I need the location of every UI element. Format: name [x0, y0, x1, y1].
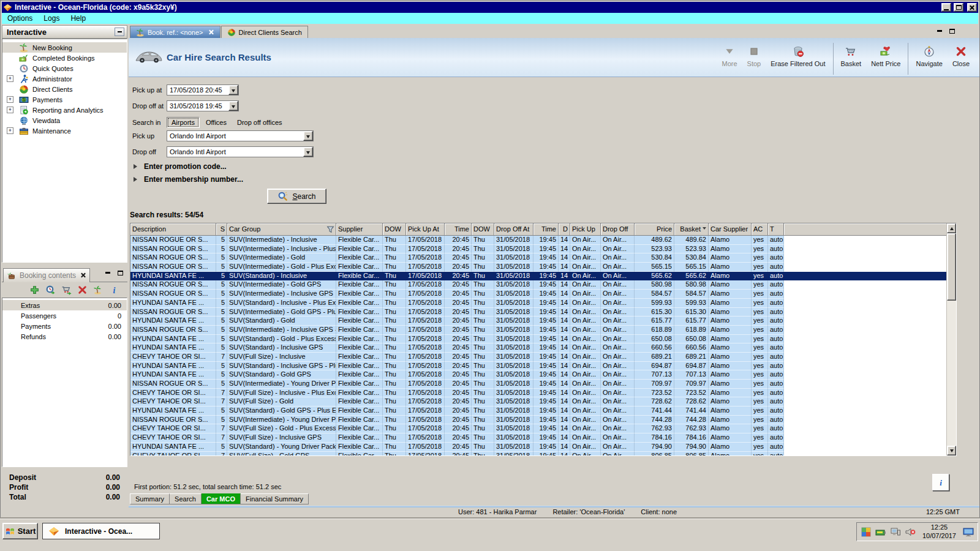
taskbar-task-button[interactable]: Interactive - Ocea... — [42, 523, 160, 539]
column-header-description[interactable]: Description — [130, 223, 216, 236]
sidebar-item-reporting-and-analytics[interactable]: +Reporting and Analytics — [2, 105, 127, 115]
search-in-option-airports[interactable]: Airports — [167, 117, 200, 128]
booking-toolbar-cart-transfer-button[interactable] — [61, 285, 72, 295]
scroll-up-button[interactable] — [947, 223, 956, 233]
antivirus-tray-icon[interactable] — [861, 527, 872, 538]
pickup-combo[interactable]: Orlando Intl Airport — [167, 130, 314, 141]
expand-plus-icon[interactable]: + — [7, 96, 13, 103]
network-adapter-tray-icon[interactable] — [875, 527, 886, 538]
dropdown-button[interactable] — [303, 131, 313, 141]
table-row[interactable]: NISSAN ROGUE OR S...5SUV(Intermediate) -… — [130, 326, 946, 335]
toolbar-basket-button[interactable]: Basket — [836, 42, 867, 75]
booking-row-refunds[interactable]: Refunds0.00 — [2, 331, 127, 342]
scrollbar-track[interactable] — [947, 233, 956, 446]
tray-clock[interactable]: 12:25 10/07/2017 — [922, 523, 956, 541]
table-row[interactable]: HYUNDAI SANTA FE ...5SUV(Standard) - Inc… — [130, 299, 946, 308]
table-row[interactable]: HYUNDAI SANTA FE ...5SUV(Standard) - Inc… — [130, 362, 946, 371]
table-row[interactable]: HYUNDAI SANTA FE ...5SUV(Standard) - Inc… — [130, 272, 946, 281]
dropoff-at-combo[interactable]: 31/05/2018 19:45 — [167, 100, 239, 111]
tab-close-button[interactable] — [209, 29, 214, 36]
column-header-dow[interactable]: DOW — [383, 223, 406, 236]
booking-panel-minimize-button[interactable] — [103, 269, 113, 277]
expand-plus-icon[interactable]: + — [7, 107, 13, 113]
booking-panel-maximize-button[interactable] — [115, 269, 125, 277]
minimize-button[interactable] — [941, 3, 951, 12]
table-row[interactable]: NISSAN ROGUE OR S...5SUV(Intermediate) -… — [130, 236, 946, 245]
menu-item-logs[interactable]: Logs — [38, 13, 65, 23]
tab-book-ref-none[interactable]: Book. ref.: <none> — [130, 26, 221, 38]
bottom-tab-financial-summary[interactable]: Financial Summary — [241, 493, 309, 504]
start-button[interactable]: Start — [2, 523, 38, 539]
scroll-down-button[interactable] — [947, 446, 956, 455]
column-header-supplier[interactable]: Supplier — [336, 223, 383, 236]
toolbar-erase-filtered-out-button[interactable]: Erase Filtered Out — [766, 42, 830, 75]
scrollbar-thumb[interactable] — [947, 233, 956, 301]
column-header-car-supplier[interactable]: Car Supplier — [709, 223, 752, 236]
dropdown-button[interactable] — [228, 85, 238, 95]
column-header-time[interactable]: Time — [533, 223, 559, 236]
table-row[interactable]: CHEVY TAHOE OR SI...7SUV(Full Size) - In… — [130, 353, 946, 362]
maximize-button[interactable] — [954, 3, 963, 12]
bottom-tab-search[interactable]: Search — [170, 493, 202, 504]
membership-number-expander[interactable]: Enter membership number... — [134, 175, 243, 184]
booking-toolbar-delete-button[interactable] — [77, 285, 88, 295]
booking-toolbar-info-button[interactable]: i — [109, 285, 119, 295]
column-header-drop-off-at[interactable]: Drop Off At — [494, 223, 533, 236]
table-row[interactable]: CHEVY TAHOE OR SI...7SUV(Full Size) - In… — [130, 433, 946, 443]
booking-contents-tab[interactable]: Booking contents — [3, 268, 90, 282]
booking-row-extras[interactable]: Extras0.00 — [2, 300, 127, 310]
toolbar-nett-price-button[interactable]: Nett Price — [866, 42, 905, 75]
info-button[interactable]: i — [932, 474, 949, 491]
column-header-car-group[interactable]: Car Group — [227, 223, 336, 236]
column-header-pick-up-at[interactable]: Pick Up At — [406, 223, 445, 236]
table-row[interactable]: HYUNDAI SANTA FE ...5SUV(Standard) - Gol… — [130, 370, 946, 380]
column-header-time[interactable]: Time — [445, 223, 472, 236]
close-window-button[interactable] — [967, 3, 977, 12]
column-header-d[interactable]: D — [559, 223, 570, 236]
search-in-option-offices[interactable]: Offices — [202, 117, 231, 128]
table-row[interactable]: CHEVY TAHOE OR SI...7SUV(Full Size) - In… — [130, 389, 946, 398]
column-header-drop-off[interactable]: Drop Off — [601, 223, 635, 236]
document-minimize-button[interactable] — [935, 27, 944, 35]
sidebar-item-maintenance[interactable]: +Maintenance — [2, 126, 127, 136]
search-button[interactable]: Search — [267, 189, 326, 204]
table-row[interactable]: NISSAN ROGUE OR S...5SUV(Intermediate) -… — [130, 380, 946, 389]
column-header-price[interactable]: Price — [635, 223, 674, 236]
menu-item-options[interactable]: Options — [2, 13, 38, 23]
table-row[interactable]: HYUNDAI SANTA FE ...5SUV(Standard) - Gol… — [130, 335, 946, 344]
table-row[interactable]: CHEVY TAHOE OR SI...7SUV(Full Size) - Go… — [130, 397, 946, 407]
tab-direct-clients-search[interactable]: Direct Clients Search — [221, 26, 308, 38]
sidebar-item-direct-clients[interactable]: Direct Clients — [2, 84, 127, 94]
toolbar-navigate-button[interactable]: Navigate — [911, 42, 947, 75]
sidebar-item-new-booking[interactable]: New Booking — [2, 42, 127, 53]
column-header-ac[interactable]: AC — [752, 223, 768, 236]
document-maximize-button[interactable] — [947, 27, 957, 35]
dropoff-combo[interactable]: Orlando Intl Airport — [167, 146, 314, 157]
bottom-tab-car-mco[interactable]: Car MCO — [202, 493, 241, 504]
table-row[interactable]: NISSAN ROGUE OR S...5SUV(Intermediate) -… — [130, 253, 946, 263]
bottom-tab-summary[interactable]: Summary — [130, 493, 170, 504]
promotion-code-expander[interactable]: Enter promotion code... — [134, 162, 227, 171]
computer-tray-icon[interactable] — [890, 527, 901, 538]
sidebar-item-viewdata[interactable]: Viewdata — [2, 115, 127, 126]
table-row[interactable]: NISSAN ROGUE OR S...5SUV(Intermediate) -… — [130, 280, 946, 290]
booking-row-passengers[interactable]: Passengers0 — [2, 310, 127, 321]
column-header-basket[interactable]: Basket — [674, 223, 709, 236]
table-row[interactable]: HYUNDAI SANTA FE ...5SUV(Standard) - Gol… — [130, 407, 946, 416]
show-desktop-icon[interactable] — [963, 527, 974, 538]
table-row[interactable]: CHEVY TAHOE OR SI...7SUV(Full Size) - Go… — [130, 424, 946, 433]
toolbar-close-button[interactable]: Close — [948, 42, 974, 75]
title-bar[interactable]: Interactive - Ocean-Florida (code: x9a5k… — [2, 2, 978, 13]
table-row[interactable]: NISSAN ROGUE OR S...5SUV(Intermediate) -… — [130, 245, 946, 254]
column-header-s[interactable]: S — [216, 223, 227, 236]
expand-plus-icon[interactable]: + — [7, 127, 13, 134]
table-row[interactable]: NISSAN ROGUE OR S...5SUV(Intermediate) -… — [130, 416, 946, 425]
menu-item-help[interactable]: Help — [65, 13, 91, 23]
dropdown-button[interactable] — [303, 147, 313, 157]
panel-collapse-button[interactable] — [115, 28, 124, 36]
column-header-t[interactable]: T — [768, 223, 784, 236]
table-row[interactable]: CHEVY TAHOE OR SI...7SUV(Full Size) - Go… — [130, 452, 946, 456]
search-in-option-drop-off-offices[interactable]: Drop off offices — [233, 117, 287, 128]
booking-row-payments[interactable]: Payments0.00 — [2, 321, 127, 331]
column-header-dow[interactable]: DOW — [472, 223, 494, 236]
